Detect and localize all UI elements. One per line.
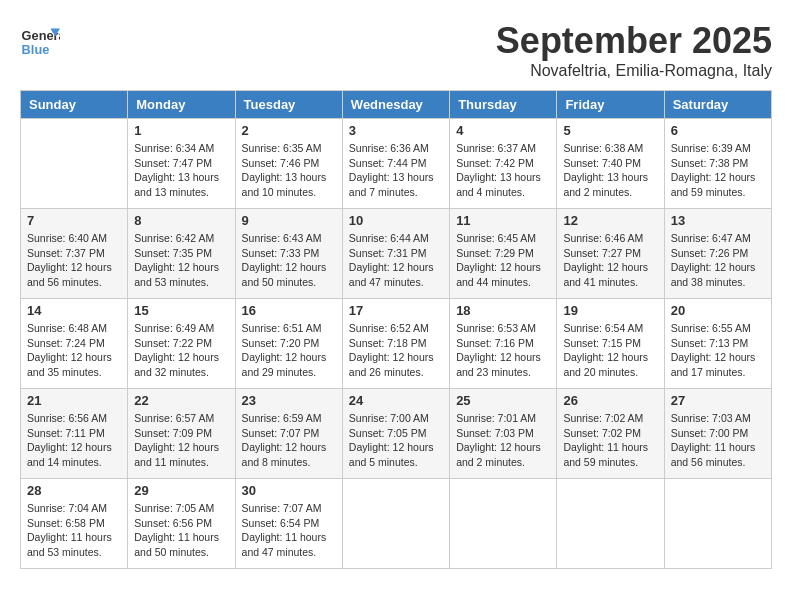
calendar-cell: 3Sunrise: 6:36 AMSunset: 7:44 PMDaylight… [342, 119, 449, 209]
calendar-week-row: 7Sunrise: 6:40 AMSunset: 7:37 PMDaylight… [21, 209, 772, 299]
calendar-cell: 12Sunrise: 6:46 AMSunset: 7:27 PMDayligh… [557, 209, 664, 299]
calendar-cell: 25Sunrise: 7:01 AMSunset: 7:03 PMDayligh… [450, 389, 557, 479]
calendar-week-row: 28Sunrise: 7:04 AMSunset: 6:58 PMDayligh… [21, 479, 772, 569]
day-info: Sunrise: 6:45 AMSunset: 7:29 PMDaylight:… [456, 231, 550, 290]
calendar-cell: 17Sunrise: 6:52 AMSunset: 7:18 PMDayligh… [342, 299, 449, 389]
calendar-cell: 28Sunrise: 7:04 AMSunset: 6:58 PMDayligh… [21, 479, 128, 569]
calendar-cell: 14Sunrise: 6:48 AMSunset: 7:24 PMDayligh… [21, 299, 128, 389]
calendar-week-row: 14Sunrise: 6:48 AMSunset: 7:24 PMDayligh… [21, 299, 772, 389]
day-info: Sunrise: 6:59 AMSunset: 7:07 PMDaylight:… [242, 411, 336, 470]
day-info: Sunrise: 6:34 AMSunset: 7:47 PMDaylight:… [134, 141, 228, 200]
day-number: 21 [27, 393, 121, 408]
day-info: Sunrise: 6:36 AMSunset: 7:44 PMDaylight:… [349, 141, 443, 200]
calendar-cell: 30Sunrise: 7:07 AMSunset: 6:54 PMDayligh… [235, 479, 342, 569]
calendar-cell: 23Sunrise: 6:59 AMSunset: 7:07 PMDayligh… [235, 389, 342, 479]
calendar-cell: 8Sunrise: 6:42 AMSunset: 7:35 PMDaylight… [128, 209, 235, 299]
calendar-cell: 1Sunrise: 6:34 AMSunset: 7:47 PMDaylight… [128, 119, 235, 209]
day-number: 24 [349, 393, 443, 408]
calendar-cell [342, 479, 449, 569]
day-number: 19 [563, 303, 657, 318]
calendar-cell: 21Sunrise: 6:56 AMSunset: 7:11 PMDayligh… [21, 389, 128, 479]
day-info: Sunrise: 7:03 AMSunset: 7:00 PMDaylight:… [671, 411, 765, 470]
day-number: 28 [27, 483, 121, 498]
day-info: Sunrise: 6:44 AMSunset: 7:31 PMDaylight:… [349, 231, 443, 290]
weekday-header-sunday: Sunday [21, 91, 128, 119]
calendar-cell: 20Sunrise: 6:55 AMSunset: 7:13 PMDayligh… [664, 299, 771, 389]
calendar-cell: 19Sunrise: 6:54 AMSunset: 7:15 PMDayligh… [557, 299, 664, 389]
day-info: Sunrise: 7:02 AMSunset: 7:02 PMDaylight:… [563, 411, 657, 470]
weekday-header-row: SundayMondayTuesdayWednesdayThursdayFrid… [21, 91, 772, 119]
day-info: Sunrise: 6:37 AMSunset: 7:42 PMDaylight:… [456, 141, 550, 200]
day-number: 14 [27, 303, 121, 318]
day-number: 5 [563, 123, 657, 138]
weekday-header-friday: Friday [557, 91, 664, 119]
day-info: Sunrise: 6:48 AMSunset: 7:24 PMDaylight:… [27, 321, 121, 380]
day-info: Sunrise: 6:42 AMSunset: 7:35 PMDaylight:… [134, 231, 228, 290]
day-info: Sunrise: 7:04 AMSunset: 6:58 PMDaylight:… [27, 501, 121, 560]
day-info: Sunrise: 6:38 AMSunset: 7:40 PMDaylight:… [563, 141, 657, 200]
day-number: 12 [563, 213, 657, 228]
day-info: Sunrise: 7:01 AMSunset: 7:03 PMDaylight:… [456, 411, 550, 470]
day-number: 7 [27, 213, 121, 228]
month-year-title: September 2025 [496, 20, 772, 62]
day-info: Sunrise: 7:05 AMSunset: 6:56 PMDaylight:… [134, 501, 228, 560]
calendar-week-row: 1Sunrise: 6:34 AMSunset: 7:47 PMDaylight… [21, 119, 772, 209]
day-info: Sunrise: 6:54 AMSunset: 7:15 PMDaylight:… [563, 321, 657, 380]
header: General Blue September 2025 Novafeltria,… [20, 20, 772, 80]
calendar-cell: 4Sunrise: 6:37 AMSunset: 7:42 PMDaylight… [450, 119, 557, 209]
day-number: 17 [349, 303, 443, 318]
day-number: 16 [242, 303, 336, 318]
calendar-cell [557, 479, 664, 569]
weekday-header-monday: Monday [128, 91, 235, 119]
weekday-header-wednesday: Wednesday [342, 91, 449, 119]
calendar-cell: 5Sunrise: 6:38 AMSunset: 7:40 PMDaylight… [557, 119, 664, 209]
day-number: 10 [349, 213, 443, 228]
calendar-cell: 15Sunrise: 6:49 AMSunset: 7:22 PMDayligh… [128, 299, 235, 389]
calendar-cell: 18Sunrise: 6:53 AMSunset: 7:16 PMDayligh… [450, 299, 557, 389]
calendar-cell: 29Sunrise: 7:05 AMSunset: 6:56 PMDayligh… [128, 479, 235, 569]
calendar-cell [21, 119, 128, 209]
day-number: 23 [242, 393, 336, 408]
day-number: 26 [563, 393, 657, 408]
day-info: Sunrise: 6:46 AMSunset: 7:27 PMDaylight:… [563, 231, 657, 290]
calendar-cell [664, 479, 771, 569]
calendar-cell: 26Sunrise: 7:02 AMSunset: 7:02 PMDayligh… [557, 389, 664, 479]
svg-text:Blue: Blue [22, 42, 50, 57]
calendar-cell: 13Sunrise: 6:47 AMSunset: 7:26 PMDayligh… [664, 209, 771, 299]
calendar-cell: 11Sunrise: 6:45 AMSunset: 7:29 PMDayligh… [450, 209, 557, 299]
calendar-cell: 10Sunrise: 6:44 AMSunset: 7:31 PMDayligh… [342, 209, 449, 299]
day-info: Sunrise: 6:49 AMSunset: 7:22 PMDaylight:… [134, 321, 228, 380]
calendar-cell: 2Sunrise: 6:35 AMSunset: 7:46 PMDaylight… [235, 119, 342, 209]
day-info: Sunrise: 6:56 AMSunset: 7:11 PMDaylight:… [27, 411, 121, 470]
day-number: 6 [671, 123, 765, 138]
day-info: Sunrise: 6:51 AMSunset: 7:20 PMDaylight:… [242, 321, 336, 380]
calendar-cell: 9Sunrise: 6:43 AMSunset: 7:33 PMDaylight… [235, 209, 342, 299]
calendar-week-row: 21Sunrise: 6:56 AMSunset: 7:11 PMDayligh… [21, 389, 772, 479]
logo: General Blue [20, 20, 60, 60]
day-info: Sunrise: 6:35 AMSunset: 7:46 PMDaylight:… [242, 141, 336, 200]
day-number: 2 [242, 123, 336, 138]
logo-svg: General Blue [20, 20, 60, 60]
calendar-cell: 27Sunrise: 7:03 AMSunset: 7:00 PMDayligh… [664, 389, 771, 479]
day-number: 30 [242, 483, 336, 498]
day-number: 29 [134, 483, 228, 498]
day-info: Sunrise: 6:53 AMSunset: 7:16 PMDaylight:… [456, 321, 550, 380]
location-subtitle: Novafeltria, Emilia-Romagna, Italy [496, 62, 772, 80]
day-info: Sunrise: 7:00 AMSunset: 7:05 PMDaylight:… [349, 411, 443, 470]
day-info: Sunrise: 6:39 AMSunset: 7:38 PMDaylight:… [671, 141, 765, 200]
day-number: 3 [349, 123, 443, 138]
day-number: 15 [134, 303, 228, 318]
day-info: Sunrise: 6:43 AMSunset: 7:33 PMDaylight:… [242, 231, 336, 290]
day-number: 22 [134, 393, 228, 408]
calendar-cell: 7Sunrise: 6:40 AMSunset: 7:37 PMDaylight… [21, 209, 128, 299]
weekday-header-tuesday: Tuesday [235, 91, 342, 119]
day-number: 4 [456, 123, 550, 138]
day-number: 11 [456, 213, 550, 228]
title-section: September 2025 Novafeltria, Emilia-Romag… [496, 20, 772, 80]
day-number: 27 [671, 393, 765, 408]
weekday-header-saturday: Saturday [664, 91, 771, 119]
day-number: 1 [134, 123, 228, 138]
day-info: Sunrise: 6:47 AMSunset: 7:26 PMDaylight:… [671, 231, 765, 290]
day-info: Sunrise: 6:55 AMSunset: 7:13 PMDaylight:… [671, 321, 765, 380]
calendar-cell: 16Sunrise: 6:51 AMSunset: 7:20 PMDayligh… [235, 299, 342, 389]
